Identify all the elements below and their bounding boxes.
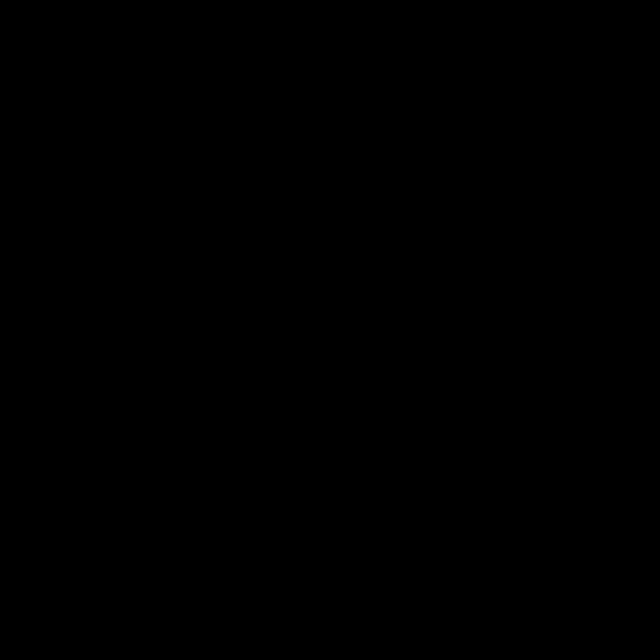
chart-frame bbox=[0, 0, 644, 644]
plot-area bbox=[23, 23, 621, 621]
bottleneck-chart bbox=[23, 23, 621, 621]
gradient-background bbox=[23, 23, 621, 621]
